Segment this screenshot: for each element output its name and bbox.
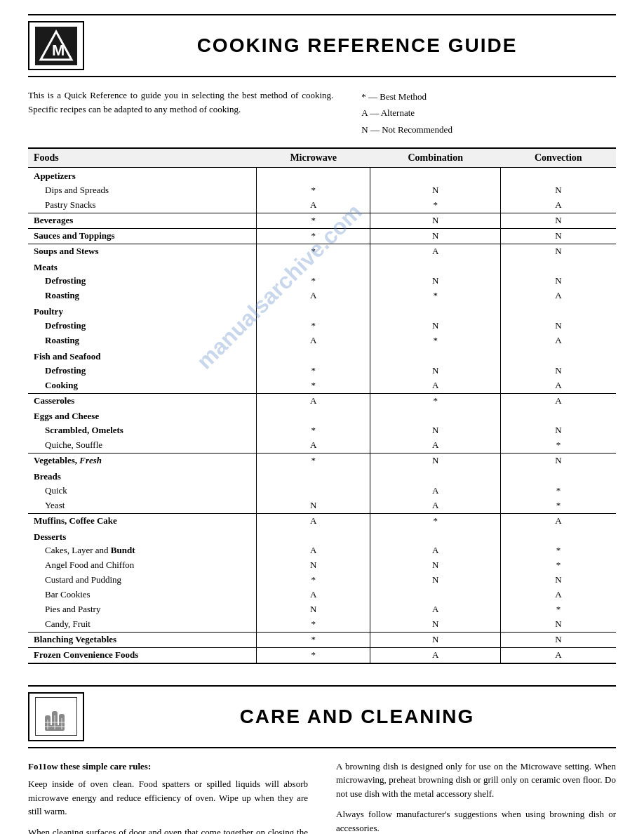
food-cell: Appetizers bbox=[28, 168, 257, 183]
microwave-cell bbox=[257, 468, 370, 484]
food-cell: Roasting bbox=[28, 333, 257, 348]
combination-cell: A bbox=[370, 543, 501, 558]
combination-cell: N bbox=[370, 228, 501, 244]
table-row: Meats bbox=[28, 259, 616, 274]
table-row: Sauces and Toppings*NN bbox=[28, 228, 616, 244]
convection-cell: * bbox=[501, 602, 616, 617]
care-para-4: Always follow manufacturer's suggestions… bbox=[336, 807, 616, 834]
combination-cell: A bbox=[370, 244, 501, 258]
microwave-cell: * bbox=[257, 244, 370, 258]
convection-cell: * bbox=[501, 484, 616, 498]
col-combination: Combination bbox=[370, 148, 501, 168]
combination-cell: N bbox=[370, 632, 501, 647]
combination-cell bbox=[370, 408, 501, 423]
microwave-cell bbox=[257, 303, 370, 319]
combination-cell: A bbox=[370, 378, 501, 393]
food-cell: Bar Cookies bbox=[28, 588, 257, 602]
food-cell: Pies and Pastry bbox=[28, 602, 257, 617]
combination-cell: * bbox=[370, 333, 501, 348]
convection-cell: * bbox=[501, 498, 616, 513]
convection-cell: * bbox=[501, 558, 616, 573]
food-cell: Meats bbox=[28, 259, 257, 274]
food-cell: Casseroles bbox=[28, 393, 257, 408]
combination-cell: N bbox=[370, 558, 501, 573]
microwave-cell bbox=[257, 168, 370, 183]
microwave-cell: N bbox=[257, 498, 370, 513]
convection-cell: * bbox=[501, 543, 616, 558]
microwave-cell: * bbox=[257, 319, 370, 333]
legend-item-1: * — Best Method bbox=[361, 88, 616, 105]
microwave-cell: A bbox=[257, 513, 370, 528]
microwave-cell: * bbox=[257, 454, 370, 468]
convection-cell bbox=[501, 259, 616, 274]
table-row: Cakes, Layer and BundtAA* bbox=[28, 543, 616, 558]
table-row: Desserts bbox=[28, 529, 616, 544]
microwave-cell: A bbox=[257, 289, 370, 303]
microwave-cell: N bbox=[257, 602, 370, 617]
convection-cell: A bbox=[501, 289, 616, 303]
microwave-cell: A bbox=[257, 393, 370, 408]
table-row: Poultry bbox=[28, 303, 616, 319]
table-row: CasserolesA*A bbox=[28, 393, 616, 408]
care-rules-heading: Fo11ow these simple care rules: bbox=[28, 760, 308, 774]
table-row: Candy, Fruit*NN bbox=[28, 617, 616, 632]
food-cell: Cooking bbox=[28, 378, 257, 393]
combination-cell: N bbox=[370, 617, 501, 632]
food-cell: Eggs and Cheese bbox=[28, 408, 257, 423]
table-row: Muffins, Coffee CakeA*A bbox=[28, 513, 616, 528]
food-cell: Blanching Vegetables bbox=[28, 632, 257, 647]
table-row: QuickA* bbox=[28, 484, 616, 498]
microwave-cell: * bbox=[257, 632, 370, 647]
table-row: Bar CookiesAA bbox=[28, 588, 616, 602]
care-content: Fo11ow these simple care rules: Keep ins… bbox=[28, 760, 616, 834]
convection-cell: N bbox=[501, 454, 616, 468]
food-cell: Desserts bbox=[28, 529, 257, 544]
food-cell: Breads bbox=[28, 468, 257, 484]
combination-cell bbox=[370, 168, 501, 183]
reference-table-wrapper: manualsarchive.com Foods Microwave Combi… bbox=[28, 147, 616, 677]
food-cell: Candy, Fruit bbox=[28, 617, 257, 632]
combination-cell: * bbox=[370, 198, 501, 213]
combination-cell: A bbox=[370, 438, 501, 453]
cooking-logo-icon: M bbox=[38, 29, 74, 62]
food-cell: Defrosting bbox=[28, 364, 257, 378]
combination-cell: N bbox=[370, 454, 501, 468]
combination-cell: N bbox=[370, 319, 501, 333]
combination-cell: A bbox=[370, 498, 501, 513]
table-row: YeastNA* bbox=[28, 498, 616, 513]
table-row: Breads bbox=[28, 468, 616, 484]
care-title: CARE AND CLEANING bbox=[98, 706, 616, 728]
table-row: Eggs and Cheese bbox=[28, 408, 616, 423]
table-row: Defrosting*NN bbox=[28, 319, 616, 333]
food-cell: Cakes, Layer and Bundt bbox=[28, 543, 257, 558]
table-row: RoastingA*A bbox=[28, 333, 616, 348]
food-cell: Beverages bbox=[28, 213, 257, 228]
combination-cell: N bbox=[370, 274, 501, 289]
table-row: Custard and Pudding*NN bbox=[28, 573, 616, 588]
convection-cell bbox=[501, 348, 616, 364]
table-row: RoastingA*A bbox=[28, 289, 616, 303]
table-row: Blanching Vegetables*NN bbox=[28, 632, 616, 647]
combination-cell bbox=[370, 259, 501, 274]
col-convection: Convection bbox=[501, 148, 616, 168]
convection-cell bbox=[501, 408, 616, 423]
table-row: Scrambled, Omelets*NN bbox=[28, 423, 616, 438]
food-cell: Yeast bbox=[28, 498, 257, 513]
microwave-cell bbox=[257, 408, 370, 423]
microwave-cell: * bbox=[257, 423, 370, 438]
care-logo-icon bbox=[38, 700, 74, 734]
microwave-cell: A bbox=[257, 588, 370, 602]
convection-cell: A bbox=[501, 333, 616, 348]
table-row: Quiche, SouffleAA* bbox=[28, 438, 616, 453]
table-row: Pastry SnacksA*A bbox=[28, 198, 616, 213]
convection-cell: A bbox=[501, 378, 616, 393]
intro-text: This is a Quick Reference to guide you i… bbox=[28, 88, 333, 138]
care-para-3: A browning dish is designed only for use… bbox=[336, 760, 616, 801]
convection-cell: N bbox=[501, 183, 616, 198]
microwave-cell: A bbox=[257, 333, 370, 348]
microwave-cell: * bbox=[257, 378, 370, 393]
convection-cell: N bbox=[501, 632, 616, 647]
convection-cell: N bbox=[501, 228, 616, 244]
food-cell: Dips and Spreads bbox=[28, 183, 257, 198]
table-row: Appetizers bbox=[28, 168, 616, 183]
